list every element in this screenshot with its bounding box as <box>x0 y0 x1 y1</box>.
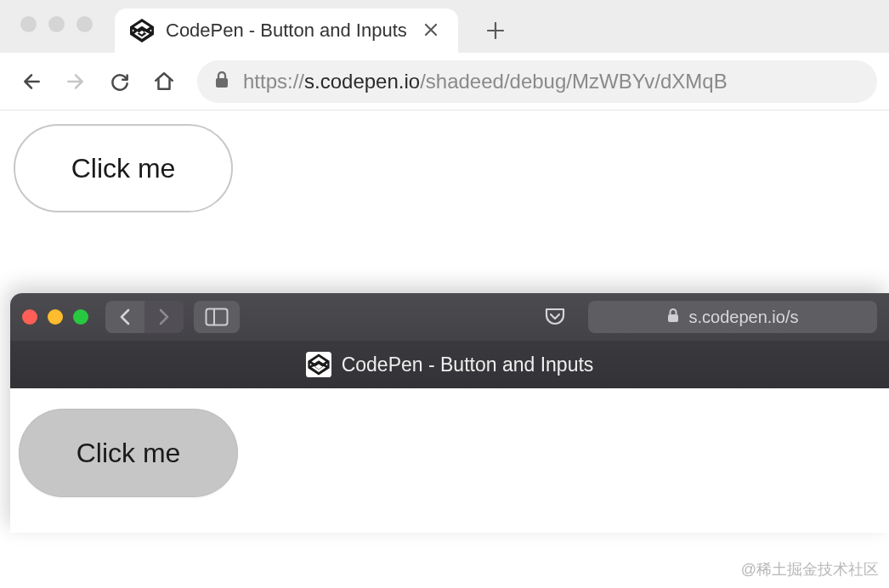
window-zoom-button[interactable] <box>76 16 93 32</box>
safari-page-content: Click me <box>10 388 889 533</box>
safari-title-bar: CodePen - Button and Inputs <box>10 341 889 388</box>
svg-rect-3 <box>668 314 678 322</box>
back-button[interactable] <box>12 62 51 101</box>
click-me-button[interactable]: Click me <box>19 409 238 497</box>
safari-address-bar[interactable]: s.codepen.io/s <box>588 301 877 333</box>
chrome-page-content: Click me <box>0 110 889 226</box>
codepen-icon <box>130 19 154 42</box>
chrome-browser-window: CodePen - Button and Inputs https://s <box>0 0 889 226</box>
browser-tab[interactable]: CodePen - Button and Inputs <box>115 8 458 53</box>
window-close-button[interactable] <box>22 309 37 325</box>
watermark-text: @稀土掘金技术社区 <box>741 559 879 580</box>
pocket-button[interactable] <box>532 301 578 333</box>
url-text: https://s.codepen.io/shadeed/debug/MzWBY… <box>243 70 728 93</box>
chrome-toolbar: https://s.codepen.io/shadeed/debug/MzWBY… <box>0 53 889 110</box>
sidebar-button[interactable] <box>194 301 240 333</box>
forward-button[interactable] <box>144 301 184 333</box>
click-me-button[interactable]: Click me <box>14 124 233 212</box>
chrome-window-controls <box>12 16 93 53</box>
forward-button[interactable] <box>56 62 95 101</box>
lock-icon <box>667 308 679 327</box>
reload-button[interactable] <box>100 62 139 101</box>
back-button[interactable] <box>105 301 144 333</box>
home-button[interactable] <box>144 62 184 101</box>
tab-title: CodePen - Button and Inputs <box>166 20 407 42</box>
safari-toolbar: s.codepen.io/s <box>10 293 889 341</box>
codepen-icon <box>306 352 331 377</box>
close-tab-button[interactable] <box>419 18 443 43</box>
safari-url-text: s.codepen.io/s <box>689 308 799 327</box>
safari-page-title: CodePen - Button and Inputs <box>342 353 594 376</box>
window-minimize-button[interactable] <box>48 309 63 325</box>
chrome-tab-strip: CodePen - Button and Inputs <box>0 0 889 53</box>
svg-rect-0 <box>216 78 228 88</box>
safari-browser-window: s.codepen.io/s CodePen - Button and Inpu… <box>10 293 889 533</box>
window-zoom-button[interactable] <box>73 309 88 325</box>
svg-rect-1 <box>207 309 228 325</box>
safari-window-controls <box>22 309 88 325</box>
address-bar[interactable]: https://s.codepen.io/shadeed/debug/MzWBY… <box>197 60 877 103</box>
lock-icon <box>214 70 229 93</box>
window-close-button[interactable] <box>20 16 37 32</box>
safari-nav-buttons <box>105 301 184 333</box>
new-tab-button[interactable] <box>478 14 512 48</box>
window-minimize-button[interactable] <box>48 16 65 32</box>
